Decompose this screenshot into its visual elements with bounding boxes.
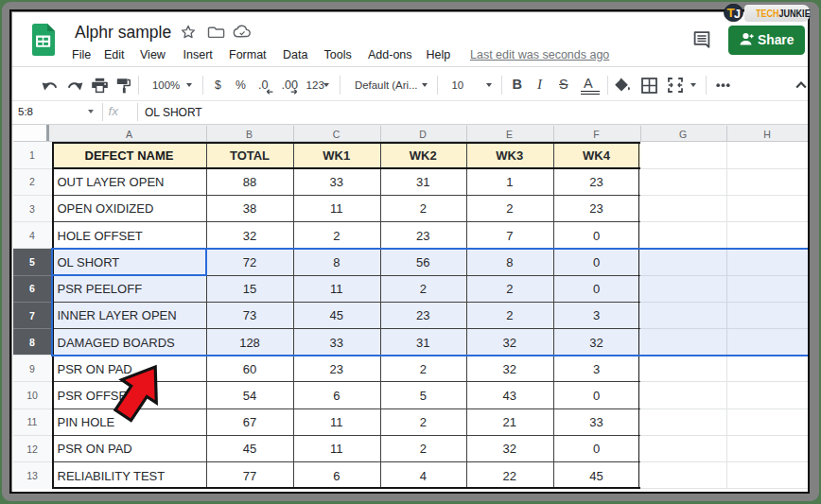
svg-text:J: J xyxy=(734,8,741,21)
